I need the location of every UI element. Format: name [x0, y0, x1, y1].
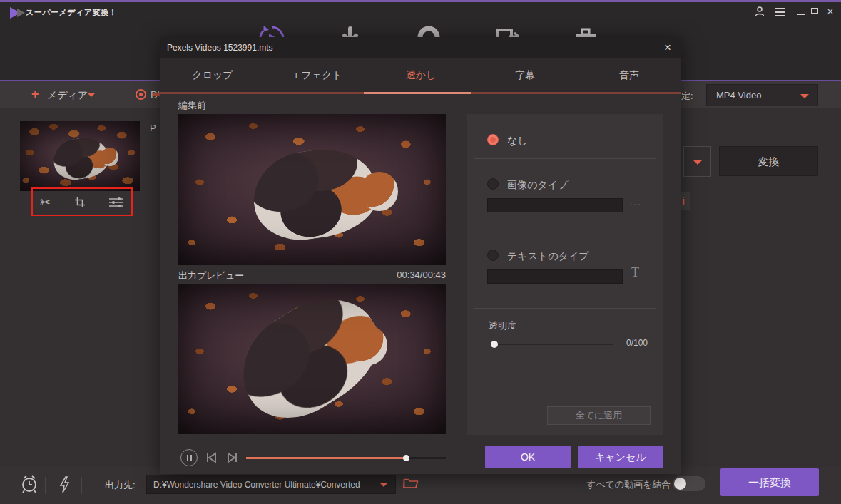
account-icon[interactable] [754, 6, 767, 17]
edit-dialog: Pexels Videos 1523991.mts × クロップ エフェクト 透… [160, 37, 681, 474]
watermark-panel: なし 画像のタイプ ... テキストのタイプ T 透明度 0/100 全てに適用 [467, 114, 663, 435]
batch-convert-button[interactable]: 一括変換 [720, 468, 819, 496]
text-style-button[interactable]: T [631, 265, 639, 280]
menu-icon[interactable] [774, 6, 787, 17]
option-image-label[interactable]: 画像のタイプ [507, 179, 568, 192]
output-path-select[interactable]: D:¥Wondershare Video Converter Ultimate¥… [146, 475, 396, 494]
opacity-value: 0/100 [626, 338, 648, 348]
file-name-partial: P [150, 123, 156, 133]
merge-videos-label: すべての動画を結合 [586, 478, 671, 491]
preview-caption-row: 出力プレビュー 00:34/00:43 [178, 269, 446, 282]
cancel-button[interactable]: キャンセル [578, 446, 663, 468]
output-path-value: D:¥Wondershare Video Converter Ultimate¥… [153, 480, 360, 490]
tab-active-underline [364, 92, 471, 94]
tab-underline [160, 92, 681, 94]
tab-subtitle[interactable]: 字幕 [473, 58, 577, 92]
convert-button[interactable]: 変換 [719, 146, 818, 176]
before-edit-label: 編集前 [178, 99, 206, 112]
tab-watermark[interactable]: 透かし [369, 58, 473, 92]
apply-to-all-button[interactable]: 全てに適用 [547, 406, 651, 425]
dialog-tabs: クロップ エフェクト 透かし 字幕 音声 [160, 58, 681, 92]
tab-crop[interactable]: クロップ [160, 58, 265, 92]
preview-progress-fill [246, 457, 406, 459]
ok-button[interactable]: OK [485, 446, 571, 468]
tab-audio[interactable]: 音声 [577, 58, 681, 92]
watermark-text-input[interactable] [487, 269, 623, 284]
output-destination-label: 出力先: [105, 479, 136, 492]
preview-progress-knob[interactable] [403, 455, 409, 461]
source-preview [178, 114, 446, 265]
image-path-input[interactable] [487, 198, 623, 212]
maximize-button[interactable] [808, 6, 821, 17]
minimize-button[interactable] [794, 6, 807, 17]
dialog-title: Pexels Videos 1523991.mts [167, 43, 273, 53]
divider [81, 477, 82, 494]
close-window-button[interactable]: × [824, 6, 837, 17]
tab-effect[interactable]: エフェクト [265, 58, 369, 92]
pause-button[interactable] [180, 449, 198, 466]
dvd-tab-icon[interactable] [136, 89, 146, 100]
output-format-value: MP4 Video [716, 90, 761, 101]
radio-none[interactable] [487, 134, 499, 145]
app-logo-shadow-icon [17, 9, 25, 17]
dialog-header: Pexels Videos 1523991.mts × [160, 37, 681, 58]
opacity-knob[interactable] [491, 341, 498, 348]
merge-toggle[interactable] [673, 476, 705, 491]
open-folder-icon[interactable] [403, 476, 419, 489]
radio-image-type[interactable] [487, 178, 499, 190]
window-top-accent [0, 0, 841, 2]
output-preview-label: 出力プレビュー [178, 269, 244, 282]
output-format-caret-icon [800, 94, 809, 98]
add-media-button[interactable]: メディア [47, 89, 88, 102]
output-path-caret-icon [380, 483, 387, 487]
annotation-highlight-box [31, 187, 133, 216]
high-speed-icon[interactable] [58, 476, 70, 493]
divider [45, 477, 46, 494]
video-thumbnail[interactable] [20, 121, 140, 191]
dialog-close-button[interactable]: × [660, 40, 676, 56]
schedule-clock-icon[interactable] [21, 475, 38, 493]
previous-frame-icon[interactable] [205, 452, 218, 463]
panel-divider [474, 308, 656, 309]
opacity-label: 透明度 [489, 319, 516, 332]
option-none-label[interactable]: なし [507, 135, 528, 148]
time-display: 00:34/00:43 [397, 269, 446, 282]
radio-text-type[interactable] [487, 250, 499, 261]
output-preview [178, 284, 446, 434]
app-title: スーパーメディア変換！ [26, 7, 117, 18]
next-frame-icon[interactable] [226, 452, 239, 463]
add-media-plus-icon[interactable]: + [31, 87, 39, 102]
add-media-caret-icon[interactable] [87, 93, 96, 97]
format-quick-caret-button[interactable] [683, 146, 711, 177]
browse-button[interactable]: ... [630, 197, 642, 207]
panel-divider [474, 230, 656, 230]
output-settings-label: 定: [681, 90, 693, 103]
panel-divider [474, 158, 656, 159]
opacity-slider[interactable] [492, 344, 613, 345]
format-quick-caret-icon [693, 160, 702, 165]
titlebar: スーパーメディア変換！ × [0, 2, 841, 20]
output-format-select[interactable]: MP4 Video [706, 84, 818, 106]
option-text-label[interactable]: テキストのタイプ [507, 250, 589, 263]
playback-progress-bar[interactable] [246, 457, 446, 459]
toggle-knob [674, 478, 686, 490]
